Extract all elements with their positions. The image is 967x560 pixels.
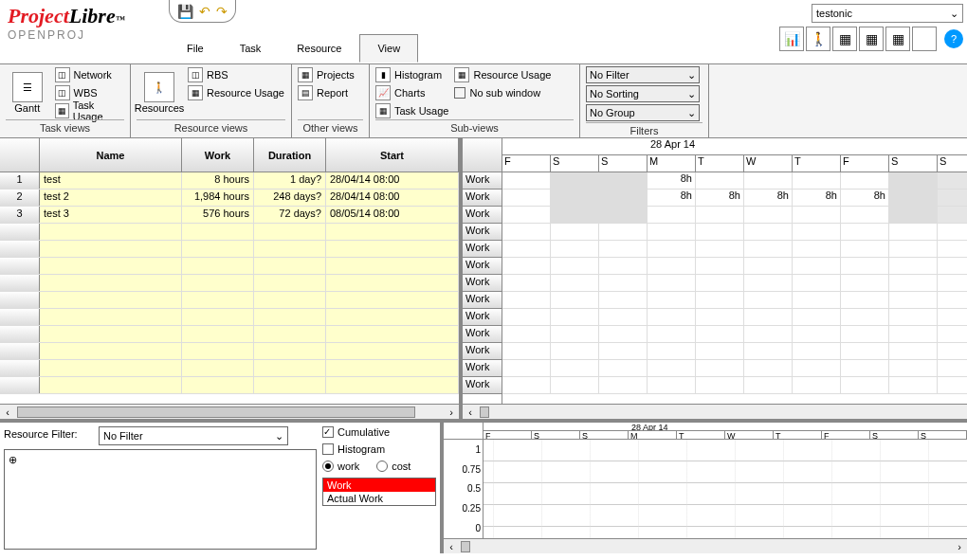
usage-add-icon[interactable]: ▦	[832, 27, 857, 51]
timeline-date-header: 28 Apr 14	[648, 138, 967, 154]
resources-icon: 🚶	[144, 72, 174, 102]
timeline-row-empty	[502, 343, 967, 360]
timeline-row-empty	[502, 360, 967, 377]
sort-dropdown[interactable]: No Sorting⌄	[586, 85, 700, 102]
no-sub-window-checkbox[interactable]	[454, 87, 465, 99]
task-usage-icon: ▦	[55, 103, 69, 118]
gantt-icon: ☰	[12, 72, 43, 102]
project-selector[interactable]: testonic⌄	[812, 4, 963, 23]
resources-button[interactable]: 🚶 Resources	[137, 66, 182, 119]
resource-filter-list[interactable]: ⊕	[4, 449, 317, 550]
timeline-row-empty	[502, 292, 967, 309]
help-icon[interactable]: ?	[944, 29, 963, 48]
table-row-empty[interactable]	[0, 377, 459, 394]
timeline-row-empty	[502, 224, 967, 241]
network-button[interactable]: ◫Network	[55, 66, 124, 83]
quick-access-toolbar: 💾 ↶ ↷	[169, 0, 236, 23]
table-row-empty[interactable]	[0, 292, 459, 309]
gantt-button[interactable]: ☰ Gantt	[6, 66, 49, 119]
other-views-label: Other views	[298, 119, 363, 135]
table-row[interactable]: 3test 3576 hours72 days?08/05/14 08:00	[0, 207, 459, 224]
day-header: F	[502, 155, 551, 172]
chart-area	[484, 440, 967, 538]
y-tick: 0	[444, 523, 481, 533]
menu-task[interactable]: Task	[222, 34, 280, 63]
resource-usage-icon: ▦	[188, 85, 203, 100]
report-button[interactable]: ▤Report	[298, 84, 355, 101]
col-name-header[interactable]: Name	[40, 138, 182, 172]
work-row-label: Work	[463, 326, 502, 343]
row-header-blank	[0, 138, 40, 172]
table-row-empty[interactable]	[0, 275, 459, 292]
menu-resource[interactable]: Resource	[279, 34, 359, 63]
day-header: S	[599, 155, 648, 172]
rbs-button[interactable]: ◫RBS	[188, 66, 284, 83]
work-row-label: Work	[463, 360, 502, 377]
projects-button[interactable]: ▦Projects	[298, 66, 355, 83]
table-row-empty[interactable]	[0, 360, 459, 377]
col-work-header[interactable]: Work	[182, 138, 254, 172]
rbs-icon: ◫	[188, 67, 203, 82]
col-duration-header[interactable]: Duration	[254, 138, 326, 172]
report-icon: ▤	[298, 85, 313, 100]
task-usage-sub-button[interactable]: ▦Task Usage	[375, 102, 448, 119]
app-logo: ProjectLibre™ OPENPROJ	[0, 0, 169, 45]
menu-file[interactable]: File	[169, 34, 222, 63]
task-usage-button[interactable]: ▦Task Usage	[55, 102, 124, 119]
table-row-empty[interactable]	[0, 258, 459, 275]
table-row-empty[interactable]	[0, 241, 459, 258]
day-header: W	[744, 155, 793, 172]
charts-button[interactable]: 📈Charts	[375, 84, 448, 101]
save-icon[interactable]: 💾	[177, 4, 193, 19]
timeline-row-empty	[502, 377, 967, 394]
resource-assign-icon[interactable]: 🚶	[806, 27, 830, 51]
filters-label: Filters	[586, 122, 702, 138]
chart-hscroll[interactable]: ‹›	[444, 538, 967, 553]
work-row-label: Work	[463, 275, 502, 292]
table-row[interactable]: 2test 21,984 hours248 days?28/04/14 08:0…	[0, 190, 459, 207]
table-row-empty[interactable]	[0, 343, 459, 360]
chart-pane: 28 Apr 14 FSSMTWTFSS 10.750.50.250 ‹›	[444, 423, 967, 553]
day-header: S	[889, 155, 938, 172]
table-row-empty[interactable]	[0, 309, 459, 326]
table-row-empty[interactable]	[0, 326, 459, 343]
table-row-empty[interactable]	[0, 224, 459, 241]
resource-filter-label: Resource Filter:	[4, 426, 89, 445]
work-row-label: Work	[463, 377, 502, 394]
blank-icon[interactable]	[912, 27, 937, 51]
work-type-list[interactable]: Work Actual Work	[322, 478, 436, 506]
undo-icon[interactable]: ↶	[199, 4, 210, 19]
usage-people-icon[interactable]: ▦	[885, 27, 910, 51]
network-icon: ◫	[55, 67, 70, 82]
redo-icon[interactable]: ↷	[216, 4, 228, 19]
cumulative-checkbox[interactable]: Cumulative	[322, 426, 436, 438]
grid-hscroll[interactable]: ‹›	[0, 404, 459, 419]
usage-remove-icon[interactable]: ▦	[859, 27, 884, 51]
timeline-row-empty	[502, 258, 967, 275]
day-header: T	[696, 155, 744, 172]
resource-usage-sub-button[interactable]: ▦Resource Usage	[454, 66, 551, 83]
timeline: 28 Apr 14 FSSMTWTFSS WorkWorkWorkWorkWor…	[463, 138, 967, 419]
work-radio[interactable]	[322, 461, 334, 472]
timeline-row: 8h8h8h8h8h0h	[502, 190, 967, 207]
table-row[interactable]: 1test8 hours1 day?28/04/14 08:00	[0, 172, 459, 190]
group-dropdown[interactable]: No Group⌄	[586, 104, 700, 121]
menu-view[interactable]: View	[359, 34, 418, 63]
task-grid: Name Work Duration Start 1test8 hours1 d…	[0, 138, 463, 419]
no-sub-window-button[interactable]: No sub window	[454, 84, 551, 101]
timeline-hscroll[interactable]: ‹›	[463, 404, 967, 419]
histogram-checkbox[interactable]: Histogram	[322, 443, 436, 455]
y-tick: 0.25	[444, 503, 481, 514]
sub-views-label: Sub-views	[375, 119, 574, 135]
work-row-label: Work	[463, 343, 502, 360]
timeline-row-empty	[502, 275, 967, 292]
chart-icon[interactable]: 📊	[779, 27, 804, 51]
cost-radio[interactable]	[376, 461, 388, 472]
filter-dropdown[interactable]: No Filter⌄	[586, 66, 700, 83]
resource-usage-button[interactable]: ▦Resource Usage	[188, 84, 284, 101]
timeline-row-empty	[502, 326, 967, 343]
resource-filter-select[interactable]: No Filter⌄	[99, 426, 288, 445]
y-tick: 0.75	[444, 464, 481, 475]
histogram-button[interactable]: ▮Histogram	[375, 66, 448, 83]
col-start-header[interactable]: Start	[326, 138, 459, 172]
